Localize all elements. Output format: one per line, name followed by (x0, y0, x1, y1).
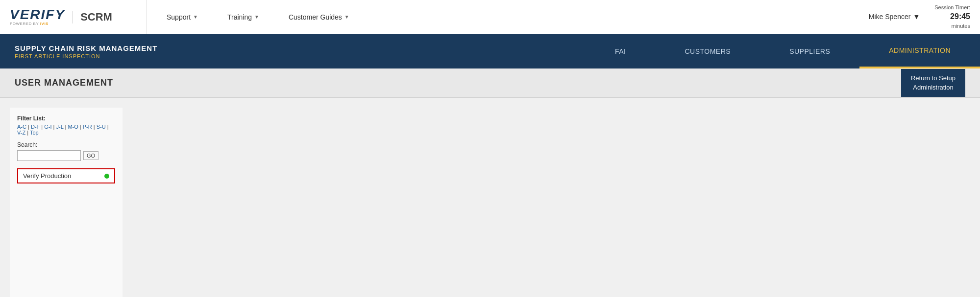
brand-subtitle: FIRST ARTICLE INSPECTION (15, 53, 284, 59)
support-label: Support (167, 13, 191, 21)
filter-list-label: Filter List: (17, 115, 115, 122)
brand-title: SUPPLY CHAIN RISK MANAGEMENT (15, 44, 284, 52)
brand-section: SUPPLY CHAIN RISK MANAGEMENT FIRST ARTIC… (0, 44, 284, 59)
verify-text: VERIFY (10, 7, 65, 22)
main-content: Filter List: A-C | D-F | G-I | J-L | M-O… (0, 98, 980, 297)
nav-customers[interactable]: CUSTOMERS (655, 34, 760, 69)
customer-guides-menu[interactable]: Customer Guides ▼ (289, 13, 349, 21)
filter-mo[interactable]: M-O (68, 124, 78, 130)
search-input[interactable] (17, 150, 81, 161)
filter-jl[interactable]: J-L (56, 124, 64, 130)
customer-guides-label: Customer Guides (289, 13, 342, 21)
filter-pr[interactable]: P-R (83, 124, 92, 130)
top-nav-right: Mike Spencer ▼ Session Timer: 29:45 minu… (869, 4, 970, 30)
session-time-value: 29:45 (934, 11, 970, 22)
powered-by-label: POWERED BY IVIS (10, 22, 49, 26)
status-dot-active (104, 174, 109, 179)
nav-fai[interactable]: FAI (586, 34, 656, 69)
page-header: USER MANAGEMENT Return to SetupAdministr… (0, 69, 980, 98)
filter-top[interactable]: Top (30, 130, 39, 136)
support-chevron-icon: ▼ (193, 14, 198, 20)
search-row: GO (17, 150, 115, 161)
nav-administration[interactable]: ADMINISTRATION (859, 34, 980, 69)
filter-gi[interactable]: G-I (44, 124, 51, 130)
training-menu[interactable]: Training ▼ (227, 13, 259, 21)
user-menu[interactable]: Mike Spencer ▼ (869, 13, 920, 21)
verify-logo: VERIFY POWERED BY IVIS (10, 8, 65, 26)
list-item[interactable]: Verify Production (17, 168, 115, 183)
page-title: USER MANAGEMENT (15, 78, 113, 88)
return-to-setup-button[interactable]: Return to SetupAdministration (901, 69, 965, 96)
scrm-label: SCRM (73, 11, 112, 23)
customer-guides-chevron-icon: ▼ (344, 14, 349, 20)
filter-vz[interactable]: V-Z (17, 130, 25, 136)
filter-links: A-C | D-F | G-I | J-L | M-O | P-R | S-U … (17, 124, 115, 136)
session-timer: Session Timer: 29:45 minutes (934, 4, 970, 30)
user-chevron-icon: ▼ (913, 13, 920, 21)
verify-wordmark: VERIFY (10, 8, 65, 22)
support-menu[interactable]: Support ▼ (167, 13, 198, 21)
secondary-nav-links: FAI CUSTOMERS SUPPLIERS ADMINISTRATION (284, 34, 980, 69)
top-nav-links: Support ▼ Training ▼ Customer Guides ▼ (147, 13, 869, 21)
top-nav: VERIFY POWERED BY IVIS SCRM Support ▼ Tr… (0, 0, 980, 34)
filter-su[interactable]: S-U (97, 124, 106, 130)
nav-suppliers[interactable]: SUPPLIERS (760, 34, 859, 69)
training-chevron-icon: ▼ (254, 14, 259, 20)
sidebar: Filter List: A-C | D-F | G-I | J-L | M-O… (10, 108, 122, 297)
search-label: Search: (17, 141, 115, 148)
secondary-nav: SUPPLY CHAIN RISK MANAGEMENT FIRST ARTIC… (0, 34, 980, 69)
go-button[interactable]: GO (83, 151, 98, 160)
user-name-label: Mike Spencer (869, 13, 911, 21)
logo-area: VERIFY POWERED BY IVIS SCRM (10, 0, 147, 34)
session-timer-label: Session Timer: (934, 4, 970, 11)
training-label: Training (227, 13, 252, 21)
list-item-label: Verify Production (23, 172, 71, 180)
session-time-unit: minutes (934, 23, 970, 30)
filter-df[interactable]: D-F (31, 124, 40, 130)
filter-ac[interactable]: A-C (17, 124, 26, 130)
